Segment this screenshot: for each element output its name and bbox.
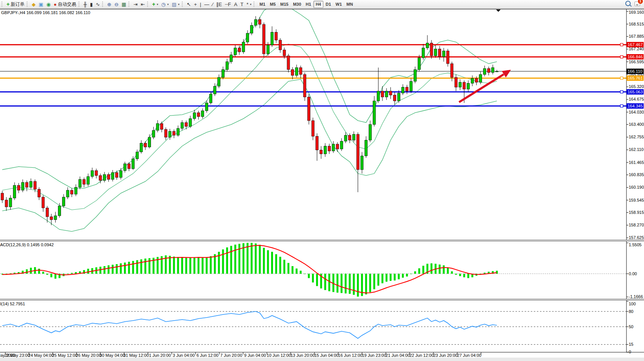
level-line-handle[interactable] — [620, 56, 623, 58]
candle-body — [26, 182, 28, 187]
timeframe-m30[interactable]: M30 — [291, 1, 303, 8]
time-tick-label: 31 May 12:00 — [124, 353, 149, 358]
timeframe-mn[interactable]: MN — [344, 1, 355, 8]
history-center-button[interactable]: ◆ — [30, 0, 37, 8]
candle-body — [62, 197, 65, 206]
timeframe-h1[interactable]: H1 — [304, 1, 313, 8]
time-tick-label: 25 May 12:00 — [52, 353, 77, 358]
autotrade-button[interactable]: ●自动交易 — [52, 0, 78, 8]
macd-histogram-bar — [439, 265, 441, 274]
accounts-button[interactable]: ▣ — [37, 0, 45, 8]
price-tick-label: 157.625 — [629, 235, 644, 240]
candle-body — [348, 135, 351, 140]
candle-body — [181, 122, 183, 128]
auto-scroll-button[interactable]: ⇥ — [132, 0, 139, 8]
price-tick-label: 160.190 — [629, 185, 644, 189]
price-axis[interactable]: 169.160168.515167.885167.240166.595165.9… — [626, 9, 644, 352]
macd-histogram-bar — [394, 274, 396, 281]
timeframe-d1[interactable]: D1 — [323, 1, 333, 8]
candle-body — [5, 200, 8, 207]
macd-histogram-bar — [410, 274, 412, 274]
vline-button[interactable]: | — [198, 0, 202, 8]
line-chart-button[interactable]: ∿ — [94, 0, 101, 8]
candle-body — [332, 144, 335, 151]
rsi-tick-label: 100 — [629, 302, 636, 306]
candle-body — [304, 74, 306, 97]
macd-histogram-bar — [455, 274, 457, 275]
price-tick-label: 158.270 — [629, 223, 644, 227]
level-line-handle[interactable] — [620, 104, 623, 107]
timeframe-m5[interactable]: M5 — [268, 1, 278, 8]
label-button[interactable]: T — [239, 0, 245, 8]
macd-histogram-bar — [169, 256, 171, 274]
toolbar-grip — [79, 2, 80, 7]
notifications-button[interactable]: 1 — [634, 1, 640, 8]
crosshair-button[interactable]: + — [193, 0, 199, 8]
macd-histogram-bar — [230, 246, 232, 274]
rsi-pane-splitter[interactable] — [0, 299, 644, 300]
shapes-button[interactable]: *▾ — [245, 0, 253, 8]
channel-button[interactable]: ∥E — [215, 0, 223, 8]
level-line-handle[interactable] — [620, 90, 623, 93]
price-tick-label: 163.400 — [629, 122, 644, 127]
macd-histogram-bar — [467, 274, 469, 278]
price-tick-label: 161.465 — [629, 160, 644, 165]
tile-windows-button[interactable]: ▦ — [120, 0, 128, 8]
candle-body — [173, 132, 175, 135]
price-level-badge: 166.110 — [626, 69, 644, 74]
hline-button[interactable]: — — [203, 0, 211, 8]
candle-body — [54, 216, 57, 220]
new-order-button[interactable]: +新订单 — [5, 0, 26, 8]
indicators-button[interactable]: +▾ — [151, 0, 160, 8]
candle-body — [206, 103, 208, 111]
toolbar-group: ⇥⇤ — [132, 0, 146, 8]
candle-chart-button[interactable]: ▮ — [88, 0, 94, 8]
macd-histogram-bar — [340, 274, 342, 293]
timeframe-h4[interactable]: H4 — [313, 1, 323, 8]
chart-shift-button[interactable]: ⇤ — [139, 0, 146, 8]
macd-histogram-bar — [287, 263, 289, 274]
macd-histogram-bar — [263, 248, 265, 274]
fibonacci-button[interactable]: ┄F — [223, 0, 233, 8]
text-button[interactable]: A — [233, 0, 239, 8]
zoom-in-button[interactable]: ⊕ — [106, 0, 113, 8]
search-button[interactable] — [625, 1, 631, 8]
zoom-out-button[interactable]: ⊖ — [113, 0, 120, 8]
price-tick-label: 166.595 — [629, 59, 644, 64]
candle-body — [483, 69, 486, 74]
templates-button[interactable]: ▨▾ — [170, 0, 181, 8]
toolbar-grip — [128, 2, 130, 7]
candle-body — [13, 185, 16, 198]
rsi-tick-label: 15 — [629, 342, 633, 347]
candle-body — [185, 122, 188, 126]
main-toolbar: +新订单◆▣◉●自动交易╫▮∿⊕⊖▦⇥⇤+▾◷▾▨▾↖+|—∕∥E┄FAT*▾M… — [0, 0, 644, 9]
bar-chart-button[interactable]: ╫ — [82, 0, 88, 8]
candle-body — [156, 124, 159, 130]
candle-body — [410, 81, 413, 91]
chart-area[interactable] — [0, 0, 644, 361]
timeframe-w1[interactable]: W1 — [333, 1, 344, 8]
candle-body — [1, 193, 4, 200]
candle-body — [132, 159, 135, 169]
trendline-button[interactable]: ∕ — [211, 0, 215, 8]
timeframe-m15[interactable]: M15 — [278, 1, 291, 8]
candle-body — [401, 87, 404, 93]
cursor-button[interactable]: ↖ — [185, 0, 193, 8]
periods-button[interactable]: ◷▾ — [160, 0, 170, 8]
signals-button[interactable]: ◉ — [45, 0, 52, 8]
candle-body — [189, 119, 192, 127]
time-axis[interactable]: May 202222 May 23:0024 May 04:0025 May 1… — [0, 352, 644, 358]
candle-body — [344, 135, 347, 141]
macd-histogram-bar — [430, 263, 432, 274]
level-line-handle[interactable] — [620, 43, 623, 46]
macd-pane-splitter[interactable] — [0, 240, 644, 241]
level-line-handle[interactable] — [620, 77, 623, 79]
timeframe-m1[interactable]: M1 — [257, 1, 267, 8]
candle-body — [197, 113, 200, 117]
macd-histogram-bar — [55, 274, 56, 279]
candle-body — [475, 79, 478, 82]
macd-histogram-bar — [100, 267, 101, 274]
candle-body — [91, 171, 93, 176]
zoom-in-icon: ⊕ — [107, 2, 111, 7]
macd-histogram-bar — [451, 271, 453, 274]
